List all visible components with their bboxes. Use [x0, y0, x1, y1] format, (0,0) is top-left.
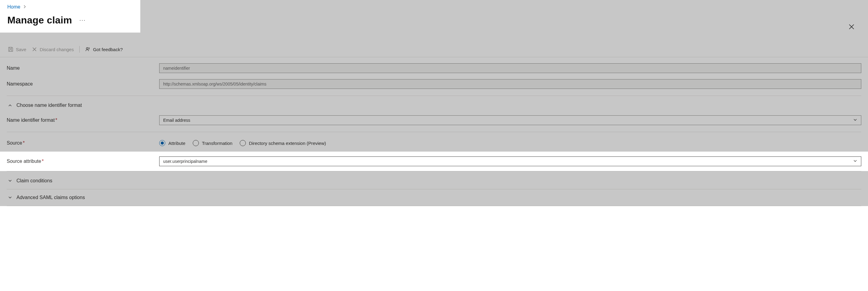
chevron-down-icon: [8, 195, 12, 200]
source-label: Source*: [7, 140, 159, 146]
name-label: Name: [7, 66, 159, 71]
source-attribute-label: Source attribute*: [7, 158, 159, 164]
source-attribute-value: user.userprincipalname: [163, 159, 207, 164]
namespace-input: [159, 79, 861, 89]
advanced-saml-header[interactable]: Advanced SAML claims options: [7, 190, 861, 205]
feedback-label: Got feedback?: [93, 47, 123, 52]
close-button[interactable]: [847, 22, 857, 32]
toolbar-separator: [79, 46, 80, 53]
chevron-down-icon: [853, 159, 857, 164]
source-radio-directory-ext[interactable]: Directory schema extension (Preview): [240, 140, 326, 146]
advanced-saml-label: Advanced SAML claims options: [17, 195, 85, 200]
chevron-up-icon: [8, 103, 12, 107]
name-id-format-row: Name identifier format* Email address: [7, 112, 861, 128]
feedback-button[interactable]: Got feedback?: [85, 46, 123, 52]
source-radio-group: Attribute Transformation Directory schem…: [159, 140, 861, 146]
namespace-label: Namespace: [7, 81, 159, 87]
discard-button[interactable]: Discard changes: [32, 46, 74, 52]
choose-format-label: Choose name identifier format: [17, 103, 82, 108]
name-input: [159, 63, 861, 73]
claim-conditions-header[interactable]: Claim conditions: [7, 174, 861, 188]
radio-label-transformation: Transformation: [202, 141, 232, 146]
toolbar: Save Discard changes Got feedback?: [0, 41, 868, 57]
radio-label-directory-ext: Directory schema extension (Preview): [249, 141, 326, 146]
required-marker: *: [55, 117, 57, 123]
close-icon: [32, 46, 37, 52]
source-attribute-select[interactable]: user.userprincipalname: [159, 156, 861, 166]
chevron-right-icon: [23, 5, 27, 9]
source-attribute-strip: Source attribute* user.userprincipalname: [0, 152, 868, 171]
svg-point-1: [88, 49, 89, 50]
namespace-row: Namespace: [7, 76, 861, 92]
feedback-icon: [85, 46, 91, 52]
breadcrumb-home[interactable]: Home: [7, 4, 21, 10]
chevron-down-icon: [8, 179, 12, 183]
name-id-format-label: Name identifier format*: [7, 117, 159, 123]
claim-conditions-label: Claim conditions: [17, 178, 52, 184]
svg-point-0: [86, 47, 88, 49]
save-label: Save: [16, 47, 26, 52]
choose-format-header[interactable]: Choose name identifier format: [7, 98, 861, 112]
more-menu-icon[interactable]: ···: [79, 17, 86, 24]
save-icon: [8, 46, 13, 52]
radio-label-attribute: Attribute: [168, 141, 185, 146]
name-id-format-value: Email address: [163, 118, 190, 123]
source-row: Source* Attribute Transformation: [7, 135, 861, 152]
discard-label: Discard changes: [40, 47, 74, 52]
header-region: Home Manage claim ···: [0, 0, 140, 33]
name-row: Name: [7, 60, 861, 76]
name-id-format-select[interactable]: Email address: [159, 115, 861, 125]
required-marker: *: [42, 158, 43, 164]
required-marker: *: [23, 140, 25, 145]
source-radio-attribute[interactable]: Attribute: [159, 140, 185, 146]
chevron-down-icon: [853, 118, 857, 123]
source-radio-transformation[interactable]: Transformation: [193, 140, 232, 146]
breadcrumb: Home: [7, 4, 134, 10]
page-title: Manage claim: [7, 14, 72, 26]
source-attribute-row: Source attribute* user.userprincipalname: [7, 155, 861, 168]
save-button[interactable]: Save: [8, 46, 26, 52]
